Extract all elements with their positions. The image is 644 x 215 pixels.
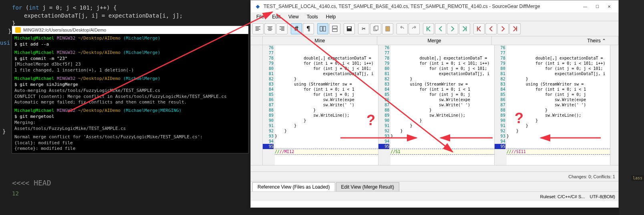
svg-rect-5 bbox=[348, 27, 351, 28]
nav-first-conflict-icon[interactable] bbox=[473, 23, 485, 34]
pane-theirs[interactable]: 7677787980818283848586878889909192939495… bbox=[495, 45, 610, 165]
svg-rect-1 bbox=[323, 26, 326, 31]
output: {remote}: modified file bbox=[14, 146, 246, 152]
svg-rect-8 bbox=[386, 26, 390, 31]
annotation-question-mark: ? bbox=[366, 112, 375, 129]
nav-last-conflict-icon[interactable] bbox=[509, 23, 521, 34]
paste-icon[interactable] bbox=[382, 23, 393, 34]
status-text: Changes: 0; Conflicts: 1 bbox=[568, 174, 615, 179]
terminal-icon bbox=[15, 27, 21, 33]
output: 1 file changed, 1 insertion(+), 1 deleti… bbox=[14, 68, 246, 74]
menu-file[interactable]: File bbox=[252, 13, 268, 20]
split-vertical-icon[interactable] bbox=[317, 23, 328, 34]
tab-reference-view[interactable]: Reference View (Files as Loaded) bbox=[252, 182, 335, 191]
window-title: TEST_SAMPLE_LOCAL_4140.cs, TEST_SAMPLE_B… bbox=[264, 4, 579, 9]
nav-first-icon[interactable] bbox=[423, 23, 434, 34]
right-overview-gutter[interactable] bbox=[610, 45, 618, 165]
nav-next-conflict-icon[interactable] bbox=[497, 23, 509, 34]
code-line: expectationDataT[j, i] = expectationData… bbox=[0, 12, 248, 20]
prompt: Michael@Michael MINGW32 ~/Desktop/AIDemo… bbox=[14, 50, 246, 56]
prompt: Michael@Michael MINGW32 ~/Desktop/AIDemo… bbox=[14, 76, 246, 82]
pilcrow-icon[interactable]: ¶ bbox=[303, 23, 314, 34]
header-mine: Mine bbox=[263, 36, 377, 45]
command: $ git commit -m "23" bbox=[14, 56, 246, 62]
line-numbers: 7677787980818283848586878889909192939495 bbox=[378, 45, 390, 165]
code-line: for (int j = 0; j < 101; j++) { bbox=[0, 4, 248, 12]
terminal-titlebar[interactable]: MINGW32:/c/Users/asus/Desktop/AIDemo bbox=[12, 26, 248, 34]
close-button[interactable]: ✕ bbox=[603, 2, 615, 10]
menu-view[interactable]: View bbox=[284, 13, 303, 20]
header-merge: Merge bbox=[377, 36, 492, 45]
tab-edit-view[interactable]: Edit View (Merge Result) bbox=[336, 182, 400, 191]
header-theirs: Theirs ⌃ bbox=[492, 36, 618, 45]
svg-rect-3 bbox=[332, 29, 337, 32]
pane-headers: Mine Merge Theirs ⌃ bbox=[251, 36, 618, 45]
align-right-icon[interactable] bbox=[276, 23, 288, 34]
output: Auto-merging Assets/tools/FuzzyLogicMike… bbox=[14, 88, 246, 94]
output: Merging: bbox=[14, 120, 246, 126]
terminal-body[interactable]: Michael@Michael MINGW32 ~/Desktop/AIDemo… bbox=[12, 34, 248, 153]
output: Normal merge conflict for 'Assets/tools/… bbox=[14, 134, 246, 140]
conflict-head-marker: <<<< HEAD bbox=[0, 178, 51, 188]
redo-icon[interactable] bbox=[409, 23, 420, 34]
menubar: File Edit View Tools Help bbox=[251, 12, 618, 21]
terminal-window[interactable]: MINGW32:/c/Users/asus/Desktop/AIDemo Mic… bbox=[12, 26, 249, 153]
encoding-label: UTF-8(BOM) bbox=[590, 194, 615, 199]
maximize-button[interactable]: ☐ bbox=[591, 2, 603, 10]
nav-next-icon[interactable] bbox=[447, 23, 458, 34]
cut-icon[interactable]: ✂ bbox=[358, 23, 369, 34]
svg-rect-0 bbox=[320, 26, 322, 31]
output: Assets/tools/FuzzyLogicMike/TEST_SAMPLE.… bbox=[14, 126, 246, 132]
view-tabs: Reference View (Files as Loaded) Edit Vi… bbox=[251, 181, 618, 191]
status-bar: Changes: 0; Conflicts: 1 bbox=[251, 171, 618, 181]
ruleset-label: Ruleset: C/C++/C# S... bbox=[540, 194, 585, 199]
prompt: Michael@Michael MINGW32 ~/Desktop/AIDemo… bbox=[14, 108, 246, 114]
right-panel: lass bbox=[619, 0, 644, 215]
code-line: } bbox=[0, 128, 6, 136]
nav-prev-conflict-icon[interactable] bbox=[485, 23, 497, 34]
split-horizontal-icon[interactable] bbox=[329, 23, 340, 34]
pane-mine[interactable]: 7677787980818283848586878889909192939495… bbox=[263, 45, 378, 165]
overview-gutter[interactable] bbox=[251, 45, 263, 165]
nav-last-icon[interactable] bbox=[459, 23, 470, 34]
bottom-status: Ruleset: C/C++/C# S... UTF-8(BOM) bbox=[251, 191, 618, 201]
output: {local}: modified file bbox=[14, 140, 246, 146]
command: $ git merge sinJingMerge bbox=[14, 82, 246, 88]
svg-rect-7 bbox=[375, 26, 378, 30]
pane-merge[interactable]: 7677787980818283848586878889909192939495… bbox=[378, 45, 494, 165]
prompt: Michael@Michael MINGW32 ~/Desktop/AIDemo… bbox=[14, 36, 246, 42]
svg-rect-2 bbox=[332, 26, 337, 28]
output: [MichaelMerge d3bcf5f] 23 bbox=[14, 62, 246, 68]
align-left-icon[interactable] bbox=[252, 23, 264, 34]
code-theirs[interactable]: double[,] expectationDataT = for (int i … bbox=[507, 45, 610, 165]
output: Automatic merge failed; fix conflicts an… bbox=[14, 100, 246, 106]
terminal-title-text: MINGW32:/c/Users/asus/Desktop/AIDemo bbox=[23, 28, 106, 32]
line-numbers: 7677787980818283848586878889909192939495 bbox=[495, 45, 507, 165]
minimize-button[interactable]: — bbox=[579, 2, 591, 10]
line-numbers: 7677787980818283848586878889909192939495 bbox=[263, 45, 275, 165]
diffmerge-window[interactable]: ◆ TEST_SAMPLE_LOCAL_4140.cs, TEST_SAMPLE… bbox=[250, 0, 619, 208]
code-merge[interactable]: double[,] expectationDataT = for (int i … bbox=[390, 45, 494, 165]
horizontal-scrollbar[interactable] bbox=[251, 165, 618, 171]
save-icon[interactable] bbox=[344, 23, 355, 34]
collapse-icon[interactable]: ⌃ bbox=[602, 38, 606, 44]
output: CONFLICT (content): Merge conflict in As… bbox=[14, 94, 246, 100]
annotation-question-mark: ? bbox=[515, 110, 523, 127]
undo-icon[interactable] bbox=[396, 23, 408, 34]
diffmerge-logo-icon: ◆ bbox=[254, 3, 261, 10]
diffmerge-titlebar[interactable]: ◆ TEST_SAMPLE_LOCAL_4140.cs, TEST_SAMPLE… bbox=[251, 0, 618, 12]
menu-tools[interactable]: Tools bbox=[303, 13, 322, 20]
conflict-num: 12 bbox=[0, 190, 19, 198]
command: $ git add --a bbox=[14, 42, 246, 48]
menu-help[interactable]: Help bbox=[322, 13, 340, 20]
align-center-icon[interactable] bbox=[264, 23, 276, 34]
command: $ git mergetool bbox=[14, 114, 246, 120]
diff-panes: 7677787980818283848586878889909192939495… bbox=[251, 45, 618, 165]
menu-edit[interactable]: Edit bbox=[268, 13, 284, 20]
nav-prev-icon[interactable] bbox=[435, 23, 446, 34]
copy-icon[interactable] bbox=[370, 23, 381, 34]
code-mine[interactable]: double[,] expectationDataT = for (int i … bbox=[275, 45, 378, 165]
right-tab-label[interactable]: lass bbox=[631, 175, 644, 181]
hash-toggle-icon[interactable]: # bbox=[291, 23, 302, 34]
toolbar: # ¶ ✂ bbox=[251, 21, 618, 36]
